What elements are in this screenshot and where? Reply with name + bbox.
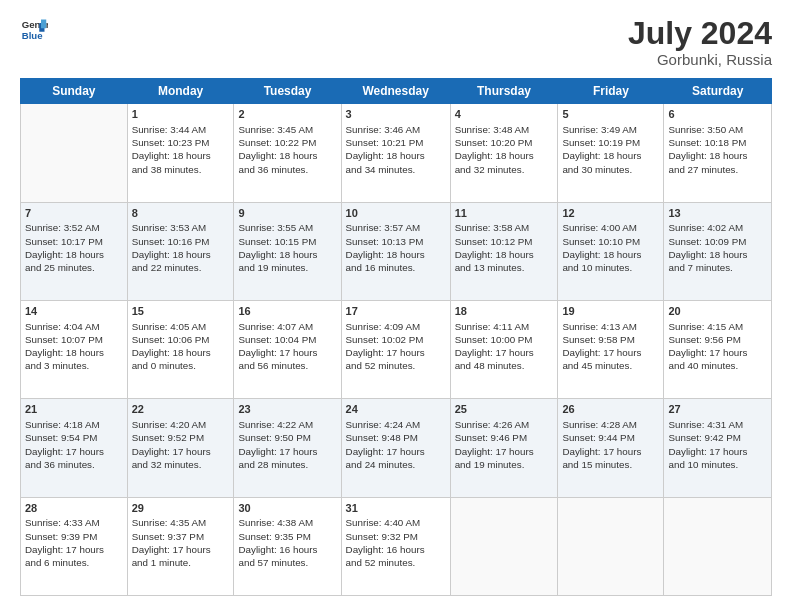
- day-info: Sunrise: 4:26 AMSunset: 9:46 PMDaylight:…: [455, 418, 554, 471]
- header-thursday: Thursday: [450, 79, 558, 104]
- table-row: 6Sunrise: 3:50 AMSunset: 10:18 PMDayligh…: [664, 104, 772, 202]
- day-number: 2: [238, 107, 336, 122]
- day-number: 28: [25, 501, 123, 516]
- subtitle: Gorbunki, Russia: [628, 51, 772, 68]
- title-area: July 2024 Gorbunki, Russia: [628, 16, 772, 68]
- day-info: Sunrise: 4:11 AMSunset: 10:00 PMDaylight…: [455, 320, 554, 373]
- table-row: 4Sunrise: 3:48 AMSunset: 10:20 PMDayligh…: [450, 104, 558, 202]
- day-info: Sunrise: 4:05 AMSunset: 10:06 PMDaylight…: [132, 320, 230, 373]
- table-row: 3Sunrise: 3:46 AMSunset: 10:21 PMDayligh…: [341, 104, 450, 202]
- table-row: 23Sunrise: 4:22 AMSunset: 9:50 PMDayligh…: [234, 399, 341, 497]
- day-info: Sunrise: 4:20 AMSunset: 9:52 PMDaylight:…: [132, 418, 230, 471]
- table-row: 1Sunrise: 3:44 AMSunset: 10:23 PMDayligh…: [127, 104, 234, 202]
- day-info: Sunrise: 4:22 AMSunset: 9:50 PMDaylight:…: [238, 418, 336, 471]
- day-info: Sunrise: 4:00 AMSunset: 10:10 PMDaylight…: [562, 221, 659, 274]
- table-row: 31Sunrise: 4:40 AMSunset: 9:32 PMDayligh…: [341, 497, 450, 595]
- logo: General Blue: [20, 16, 48, 44]
- day-number: 25: [455, 402, 554, 417]
- day-number: 26: [562, 402, 659, 417]
- table-row: 12Sunrise: 4:00 AMSunset: 10:10 PMDaylig…: [558, 202, 664, 300]
- table-row: 18Sunrise: 4:11 AMSunset: 10:00 PMDaylig…: [450, 300, 558, 398]
- day-number: 29: [132, 501, 230, 516]
- table-row: 14Sunrise: 4:04 AMSunset: 10:07 PMDaylig…: [21, 300, 128, 398]
- day-info: Sunrise: 4:33 AMSunset: 9:39 PMDaylight:…: [25, 516, 123, 569]
- day-info: Sunrise: 4:38 AMSunset: 9:35 PMDaylight:…: [238, 516, 336, 569]
- table-row: 5Sunrise: 3:49 AMSunset: 10:19 PMDayligh…: [558, 104, 664, 202]
- day-info: Sunrise: 4:31 AMSunset: 9:42 PMDaylight:…: [668, 418, 767, 471]
- day-number: 22: [132, 402, 230, 417]
- table-row: 2Sunrise: 3:45 AMSunset: 10:22 PMDayligh…: [234, 104, 341, 202]
- header-monday: Monday: [127, 79, 234, 104]
- day-info: Sunrise: 3:57 AMSunset: 10:13 PMDaylight…: [346, 221, 446, 274]
- day-number: 19: [562, 304, 659, 319]
- table-row: 21Sunrise: 4:18 AMSunset: 9:54 PMDayligh…: [21, 399, 128, 497]
- day-number: 31: [346, 501, 446, 516]
- day-number: 3: [346, 107, 446, 122]
- day-info: Sunrise: 4:07 AMSunset: 10:04 PMDaylight…: [238, 320, 336, 373]
- day-number: 24: [346, 402, 446, 417]
- day-info: Sunrise: 4:40 AMSunset: 9:32 PMDaylight:…: [346, 516, 446, 569]
- day-info: Sunrise: 3:45 AMSunset: 10:22 PMDaylight…: [238, 123, 336, 176]
- calendar-header-row: Sunday Monday Tuesday Wednesday Thursday…: [21, 79, 772, 104]
- table-row: 17Sunrise: 4:09 AMSunset: 10:02 PMDaylig…: [341, 300, 450, 398]
- header: General Blue July 2024 Gorbunki, Russia: [20, 16, 772, 68]
- table-row: [558, 497, 664, 595]
- day-info: Sunrise: 4:18 AMSunset: 9:54 PMDaylight:…: [25, 418, 123, 471]
- calendar-week-row: 1Sunrise: 3:44 AMSunset: 10:23 PMDayligh…: [21, 104, 772, 202]
- day-number: 8: [132, 206, 230, 221]
- table-row: 15Sunrise: 4:05 AMSunset: 10:06 PMDaylig…: [127, 300, 234, 398]
- calendar-week-row: 28Sunrise: 4:33 AMSunset: 9:39 PMDayligh…: [21, 497, 772, 595]
- day-number: 12: [562, 206, 659, 221]
- table-row: 25Sunrise: 4:26 AMSunset: 9:46 PMDayligh…: [450, 399, 558, 497]
- table-row: 8Sunrise: 3:53 AMSunset: 10:16 PMDayligh…: [127, 202, 234, 300]
- day-info: Sunrise: 3:48 AMSunset: 10:20 PMDaylight…: [455, 123, 554, 176]
- page: General Blue July 2024 Gorbunki, Russia …: [0, 0, 792, 612]
- day-number: 21: [25, 402, 123, 417]
- header-saturday: Saturday: [664, 79, 772, 104]
- day-number: 30: [238, 501, 336, 516]
- day-info: Sunrise: 3:46 AMSunset: 10:21 PMDaylight…: [346, 123, 446, 176]
- table-row: 11Sunrise: 3:58 AMSunset: 10:12 PMDaylig…: [450, 202, 558, 300]
- day-number: 27: [668, 402, 767, 417]
- header-tuesday: Tuesday: [234, 79, 341, 104]
- day-info: Sunrise: 3:50 AMSunset: 10:18 PMDaylight…: [668, 123, 767, 176]
- table-row: 27Sunrise: 4:31 AMSunset: 9:42 PMDayligh…: [664, 399, 772, 497]
- day-info: Sunrise: 4:24 AMSunset: 9:48 PMDaylight:…: [346, 418, 446, 471]
- table-row: 19Sunrise: 4:13 AMSunset: 9:58 PMDayligh…: [558, 300, 664, 398]
- day-number: 11: [455, 206, 554, 221]
- day-number: 18: [455, 304, 554, 319]
- table-row: 9Sunrise: 3:55 AMSunset: 10:15 PMDayligh…: [234, 202, 341, 300]
- day-info: Sunrise: 4:02 AMSunset: 10:09 PMDaylight…: [668, 221, 767, 274]
- day-number: 14: [25, 304, 123, 319]
- day-info: Sunrise: 3:53 AMSunset: 10:16 PMDaylight…: [132, 221, 230, 274]
- header-wednesday: Wednesday: [341, 79, 450, 104]
- day-number: 15: [132, 304, 230, 319]
- table-row: [21, 104, 128, 202]
- day-info: Sunrise: 3:44 AMSunset: 10:23 PMDaylight…: [132, 123, 230, 176]
- day-number: 5: [562, 107, 659, 122]
- day-info: Sunrise: 4:13 AMSunset: 9:58 PMDaylight:…: [562, 320, 659, 373]
- calendar-week-row: 7Sunrise: 3:52 AMSunset: 10:17 PMDayligh…: [21, 202, 772, 300]
- table-row: 20Sunrise: 4:15 AMSunset: 9:56 PMDayligh…: [664, 300, 772, 398]
- day-info: Sunrise: 3:52 AMSunset: 10:17 PMDaylight…: [25, 221, 123, 274]
- day-number: 10: [346, 206, 446, 221]
- table-row: 22Sunrise: 4:20 AMSunset: 9:52 PMDayligh…: [127, 399, 234, 497]
- day-info: Sunrise: 3:49 AMSunset: 10:19 PMDaylight…: [562, 123, 659, 176]
- day-number: 13: [668, 206, 767, 221]
- day-info: Sunrise: 4:09 AMSunset: 10:02 PMDaylight…: [346, 320, 446, 373]
- day-number: 16: [238, 304, 336, 319]
- header-sunday: Sunday: [21, 79, 128, 104]
- day-info: Sunrise: 4:04 AMSunset: 10:07 PMDaylight…: [25, 320, 123, 373]
- table-row: [664, 497, 772, 595]
- table-row: 10Sunrise: 3:57 AMSunset: 10:13 PMDaylig…: [341, 202, 450, 300]
- table-row: 29Sunrise: 4:35 AMSunset: 9:37 PMDayligh…: [127, 497, 234, 595]
- day-number: 17: [346, 304, 446, 319]
- day-number: 1: [132, 107, 230, 122]
- table-row: 26Sunrise: 4:28 AMSunset: 9:44 PMDayligh…: [558, 399, 664, 497]
- day-info: Sunrise: 3:58 AMSunset: 10:12 PMDaylight…: [455, 221, 554, 274]
- calendar-table: Sunday Monday Tuesday Wednesday Thursday…: [20, 78, 772, 596]
- table-row: [450, 497, 558, 595]
- header-friday: Friday: [558, 79, 664, 104]
- day-number: 6: [668, 107, 767, 122]
- table-row: 7Sunrise: 3:52 AMSunset: 10:17 PMDayligh…: [21, 202, 128, 300]
